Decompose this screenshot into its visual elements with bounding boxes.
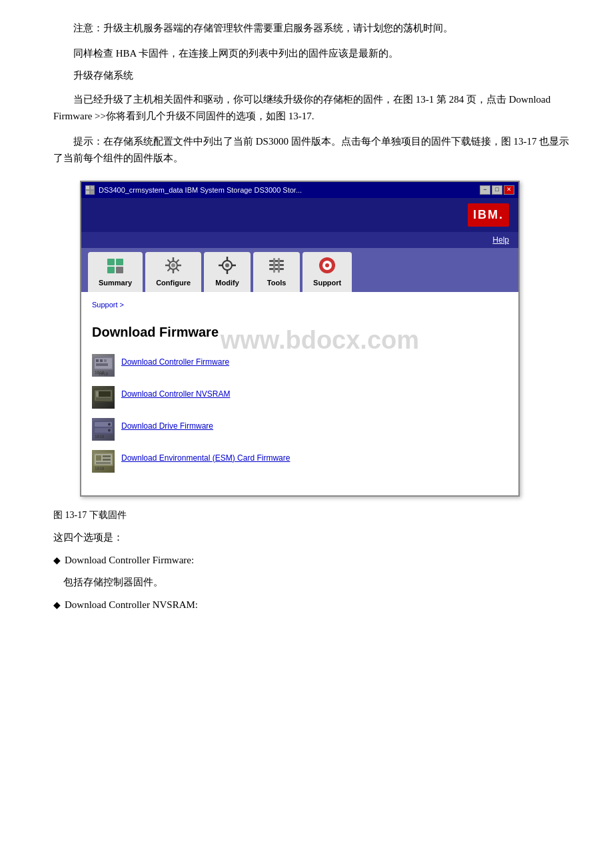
drive-firmware-icon: 1010: [92, 418, 115, 441]
tools-icon: [267, 256, 286, 275]
svg-rect-26: [269, 264, 284, 266]
ibm-header: IBM.: [81, 198, 518, 232]
paragraph-4: 当已经升级了主机相关固件和驱动，你可以继续升级你的存储柜的固件，在图 13-1 …: [53, 91, 573, 125]
bullet-desc-1: 包括存储控制器固件。: [63, 574, 573, 591]
breadcrumb[interactable]: Support >: [92, 299, 508, 311]
esm-firmware-icon: 1010: [92, 450, 115, 473]
nav-label-tools: Tools: [267, 277, 287, 289]
configure-icon: [164, 256, 183, 275]
bullet-text-2: Download Controller NVSRAM:: [65, 597, 198, 614]
nvsram-firmware-link[interactable]: Download Controller NVSRAM: [121, 386, 230, 401]
svg-rect-27: [269, 268, 284, 270]
svg-rect-5: [107, 259, 115, 265]
svg-rect-2: [91, 186, 94, 189]
nav-item-tools[interactable]: Tools: [253, 252, 300, 292]
esm-firmware-link[interactable]: Download Environmental (ESM) Card Firmwa…: [121, 450, 290, 465]
paragraph-2: 同样检查 HBA 卡固件，在连接上网页的列表中列出的固件应该是最新的。: [53, 45, 573, 63]
help-link[interactable]: Help: [492, 233, 509, 247]
svg-text:1010: 1010: [95, 370, 105, 374]
firmware-list: 1010 Download Controller Firmware: [92, 354, 508, 473]
nav-label-modify: Modify: [215, 277, 239, 289]
titlebar-left: DS3400_crmsystem_data IBM System Storage…: [85, 184, 302, 197]
svg-text:1010: 1010: [95, 402, 105, 406]
bullet-diamond-1: ◆: [53, 553, 61, 569]
svg-point-54: [108, 429, 111, 431]
svg-line-16: [177, 269, 179, 271]
svg-rect-28: [273, 258, 275, 273]
firmware-item-controller: 1010 Download Controller Firmware: [92, 354, 508, 377]
bullet-1: ◆ Download Controller Firmware:: [53, 552, 573, 569]
svg-rect-29: [278, 258, 280, 273]
page-content: 注意：升级主机服务器端的存储管理软件需要重启服务器系统，请计划您的荡机时间。 同…: [53, 20, 573, 613]
svg-rect-42: [96, 363, 108, 366]
nav-item-support[interactable]: Support: [303, 252, 352, 292]
firmware-item-drive: 1010 Download Drive Firmware: [92, 418, 508, 441]
nav-item-configure[interactable]: Configure: [145, 252, 201, 292]
ibm-logo: IBM.: [468, 203, 509, 227]
svg-rect-4: [91, 191, 94, 194]
svg-text:1010: 1010: [95, 466, 105, 470]
svg-point-32: [325, 263, 329, 267]
controller-firmware-icon: 1010: [92, 354, 115, 377]
svg-line-15: [168, 260, 171, 263]
screenshot-window: DS3400_crmsystem_data IBM System Storage…: [80, 181, 520, 497]
svg-line-17: [177, 260, 179, 263]
bullet-text-1: Download Controller Firmware:: [65, 552, 194, 569]
svg-rect-58: [96, 455, 101, 461]
nav-bar: Summary: [81, 248, 518, 292]
paragraph-5: 提示：在存储系统配置文件中列出了当前 DS3000 固件版本。点击每个单独项目的…: [53, 133, 573, 167]
bullet-desc-text-1: 包括存储控制器固件。: [63, 574, 163, 591]
bullet-2: ◆ Download Controller NVSRAM:: [53, 597, 573, 614]
svg-rect-7: [107, 267, 115, 273]
svg-rect-40: [100, 359, 103, 362]
firmware-item-esm: 1010 Download Environmental (ESM) Card F…: [92, 450, 508, 473]
svg-rect-39: [96, 359, 99, 362]
nvsram-firmware-icon: 1010: [92, 386, 115, 409]
svg-point-53: [108, 423, 111, 425]
minimize-button[interactable]: −: [480, 185, 490, 195]
app-icon: [85, 185, 95, 195]
paragraph-3: 升级存储系统: [53, 67, 573, 85]
support-icon: [318, 256, 336, 275]
svg-rect-47: [96, 391, 99, 397]
nav-item-summary[interactable]: Summary: [88, 252, 143, 292]
summary-icon: [106, 256, 125, 275]
window-title: DS3400_crmsystem_data IBM System Storage…: [99, 184, 302, 197]
controller-firmware-link[interactable]: Download Controller Firmware: [121, 354, 229, 369]
paragraph-1: 注意：升级主机服务器端的存储管理软件需要重启服务器系统，请计划您的荡机时间。: [53, 20, 573, 37]
titlebar-buttons: − □ ✕: [480, 185, 514, 195]
page-title: Download Firmware: [92, 321, 508, 343]
svg-rect-48: [96, 398, 111, 400]
help-bar: Help: [81, 232, 518, 248]
svg-rect-41: [104, 359, 107, 362]
content-area: www.bdocx.com Support > Download Firmwar…: [81, 292, 518, 495]
svg-rect-25: [269, 260, 284, 262]
maximize-button[interactable]: □: [492, 185, 502, 195]
drive-firmware-link[interactable]: Download Drive Firmware: [121, 418, 213, 433]
svg-point-20: [225, 263, 229, 267]
svg-rect-8: [116, 267, 123, 273]
svg-rect-59: [103, 455, 111, 457]
svg-rect-1: [86, 186, 89, 189]
bullet-diamond-2: ◆: [53, 597, 61, 613]
svg-rect-3: [86, 191, 89, 194]
nav-label-configure: Configure: [156, 277, 191, 289]
svg-rect-6: [116, 259, 123, 265]
firmware-item-nvsram: 1010 Download Controller NVSRAM: [92, 386, 508, 409]
modify-icon: [218, 256, 237, 275]
close-button[interactable]: ✕: [504, 185, 514, 195]
title-bar: DS3400_crmsystem_data IBM System Storage…: [81, 182, 518, 199]
svg-rect-60: [103, 459, 111, 461]
svg-line-18: [168, 269, 171, 271]
svg-text:1010: 1010: [95, 434, 105, 438]
nav-label-summary: Summary: [99, 277, 132, 289]
figure-caption: 图 13-17 下载固件: [53, 507, 573, 523]
svg-rect-61: [96, 462, 111, 464]
svg-point-10: [171, 263, 175, 267]
nav-item-modify[interactable]: Modify: [204, 252, 251, 292]
options-intro: 这四个选项是：: [53, 529, 573, 547]
nav-label-support: Support: [313, 277, 341, 289]
